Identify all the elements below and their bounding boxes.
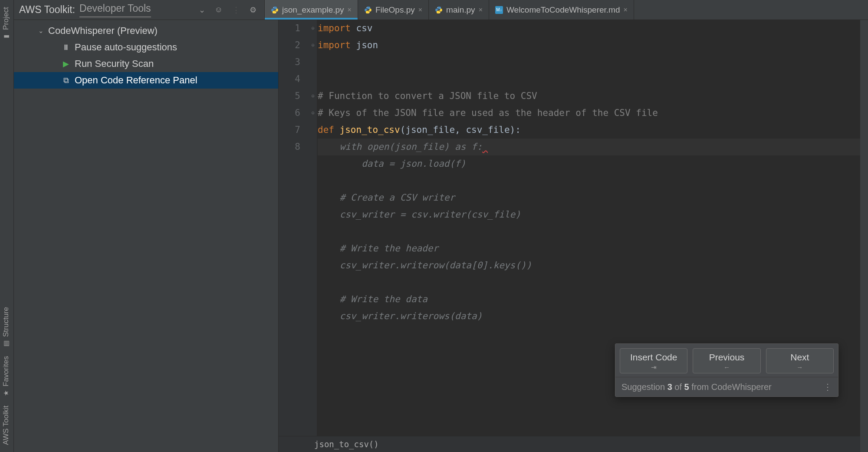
- codewhisperer-suggestion-popup: Insert Code⇥Previous←Next→ Suggestion 3 …: [615, 343, 838, 397]
- suggestion-status-text: Suggestion 3 of 5 from CodeWhisperer: [621, 382, 772, 392]
- close-icon[interactable]: ×: [348, 6, 352, 14]
- suggestion-total: 5: [684, 382, 689, 392]
- star-icon: ★: [2, 389, 10, 397]
- panel-title: AWS Toolkit:: [19, 4, 75, 16]
- close-icon[interactable]: ×: [479, 6, 483, 14]
- favorites-tool-button[interactable]: ★ Favorites: [0, 352, 12, 401]
- separator: ⋮: [230, 5, 243, 15]
- sidebar-action-item[interactable]: ⏸Pause auto-suggestions: [14, 39, 278, 56]
- sidebar-item-label: Open Code Reference Panel: [75, 75, 197, 86]
- gutter-label: AWS Toolkit: [2, 406, 10, 445]
- keyboard-shortcut: →: [768, 363, 832, 371]
- sidebar-item-label: Run Security Scan: [75, 58, 154, 69]
- tab-label: FileOps.py: [375, 5, 415, 15]
- button-label: Next: [768, 352, 832, 363]
- keyboard-shortcut: ⇥: [622, 363, 685, 371]
- gutter-label: Favorites: [2, 356, 10, 386]
- breadcrumb[interactable]: json_to_csv(): [279, 436, 860, 452]
- top-bar: AWS Toolkit: Developer Tools ⌄ ☺ ⋮ ⚙ jso…: [14, 0, 868, 20]
- gutter-top-group: ▮ Project: [0, 3, 13, 45]
- tab-label: json_example.py: [282, 5, 344, 15]
- previous-button[interactable]: Previous←: [693, 348, 760, 373]
- gear-icon[interactable]: ⚙: [247, 5, 259, 15]
- sidebar-action-item[interactable]: ⧉Open Code Reference Panel: [14, 72, 278, 89]
- svg-point-2: [366, 7, 367, 7]
- suggestion-prefix: Suggestion: [621, 382, 667, 392]
- main-area: AWS Toolkit: Developer Tools ⌄ ☺ ⋮ ⚙ jso…: [14, 0, 868, 452]
- svg-point-1: [276, 12, 276, 12]
- play-icon: ▶: [62, 59, 70, 69]
- suggestion-index: 3: [667, 382, 672, 392]
- aws-toolkit-tool-button[interactable]: AWS Toolkit: [0, 401, 12, 449]
- line-number-gutter: 12345678: [279, 20, 309, 436]
- suggestion-button-row: Insert Code⇥Previous←Next→: [615, 344, 838, 377]
- gutter-label: Structure: [2, 307, 10, 337]
- pause-icon: ⏸: [62, 43, 70, 52]
- editor-tabs: json_example.py×FileOps.py×main.py×M↓Wel…: [265, 0, 868, 20]
- aws-toolkit-sidebar: ⌄ CodeWhisperer (Preview) ⏸Pause auto-su…: [14, 20, 279, 452]
- chevron-down-icon: ⌄: [38, 27, 44, 35]
- tab-label: WelcomeToCodeWhisperer.md: [506, 5, 620, 15]
- svg-point-0: [273, 7, 274, 7]
- button-label: Previous: [695, 352, 758, 363]
- project-tool-button[interactable]: ▮ Project: [0, 3, 12, 45]
- editor-tab[interactable]: M↓WelcomeToCodeWhisperer.md×: [489, 0, 634, 20]
- editor-tab[interactable]: json_example.py×: [265, 0, 358, 20]
- python-file-icon: [271, 6, 279, 14]
- insert-code-button[interactable]: Insert Code⇥: [620, 348, 687, 373]
- feedback-icon[interactable]: ☺: [212, 5, 225, 14]
- next-button[interactable]: Next→: [766, 348, 834, 373]
- breadcrumb-function: json_to_csv(): [314, 439, 379, 449]
- content-row: ⌄ CodeWhisperer (Preview) ⏸Pause auto-su…: [14, 20, 868, 452]
- button-label: Insert Code: [622, 352, 685, 363]
- structure-tool-button[interactable]: ▤ Structure: [0, 303, 12, 352]
- editor-area: 12345678 ⊖⊖⊖⊖ import csvimport json# Fun…: [279, 20, 860, 452]
- tree-root-label: CodeWhisperer (Preview): [48, 25, 158, 36]
- panel-subtitle[interactable]: Developer Tools: [79, 3, 151, 17]
- tree-root-codewhisperer[interactable]: ⌄ CodeWhisperer (Preview): [14, 23, 278, 39]
- python-file-icon: [364, 6, 372, 14]
- python-file-icon: [435, 6, 443, 14]
- svg-point-5: [440, 12, 440, 12]
- gutter-bottom-group: ▤ Structure ★ Favorites AWS Toolkit: [0, 303, 13, 449]
- svg-point-3: [369, 12, 369, 12]
- suggestion-of: of: [672, 382, 684, 392]
- left-tool-gutter: ▮ Project ▤ Structure ★ Favorites AWS To…: [0, 0, 14, 452]
- suggestion-status-bar: Suggestion 3 of 5 from CodeWhisperer ⋮: [615, 377, 838, 396]
- markdown-file-icon: M↓: [495, 6, 503, 14]
- keyboard-shortcut: ←: [695, 363, 758, 371]
- folder-icon: ▮: [2, 33, 10, 40]
- sidebar-action-item[interactable]: ▶Run Security Scan: [14, 56, 278, 72]
- suggestion-suffix: from CodeWhisperer: [689, 382, 772, 392]
- aws-toolkit-panel-header: AWS Toolkit: Developer Tools ⌄ ☺ ⋮ ⚙: [14, 0, 265, 20]
- structure-icon: ▤: [2, 340, 10, 347]
- tab-label: main.py: [446, 5, 475, 15]
- editor-tab[interactable]: main.py×: [429, 0, 489, 20]
- more-options-icon[interactable]: ⋮: [823, 382, 832, 392]
- gutter-label: Project: [2, 7, 10, 30]
- editor-tab[interactable]: FileOps.py×: [358, 0, 429, 20]
- chevron-down-icon[interactable]: ⌄: [196, 5, 208, 15]
- svg-point-4: [437, 7, 438, 7]
- fold-gutter[interactable]: ⊖⊖⊖⊖: [309, 20, 317, 436]
- sidebar-item-label: Pause auto-suggestions: [75, 42, 177, 53]
- close-icon[interactable]: ×: [418, 6, 422, 14]
- editor-scrollbar[interactable]: [860, 20, 868, 452]
- panel-icon: ⧉: [62, 76, 70, 85]
- close-icon[interactable]: ×: [624, 6, 628, 14]
